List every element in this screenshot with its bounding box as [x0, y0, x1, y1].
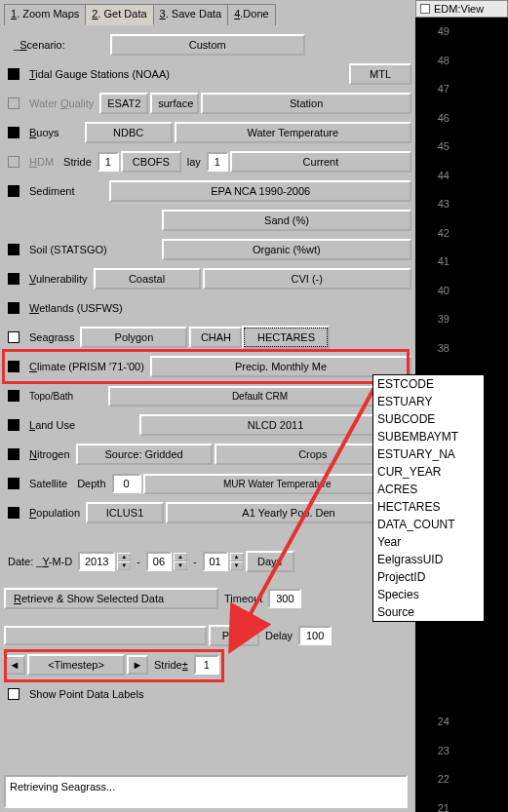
year-spinner[interactable]: ▲▼ — [117, 553, 131, 570]
population-label: Population — [25, 505, 84, 521]
nitrogen-source-button[interactable]: Source: Gridded — [76, 444, 213, 465]
landuse-label: Land Use — [25, 417, 79, 433]
tick-label: 38 — [438, 334, 449, 364]
dropdown-item[interactable]: CUR_YEAR — [373, 463, 484, 481]
dropdown-item[interactable]: ESTUARY — [373, 393, 484, 410]
tick-label — [438, 650, 449, 679]
dropdown-item[interactable]: SUBEMBAYMT — [373, 428, 484, 445]
scenario-button[interactable]: Custom — [110, 34, 305, 56]
play-button[interactable]: Play! — [209, 625, 259, 646]
water-esat2-button[interactable]: ESAT2 — [99, 93, 148, 114]
sediment-checkbox[interactable] — [8, 185, 20, 197]
satellite-depth-label: Depth — [73, 476, 109, 491]
vuln-coastal-button[interactable]: Coastal — [94, 268, 201, 290]
tab-done[interactable]: 4.Done — [227, 4, 275, 25]
seagrass-hectares-button[interactable]: HECTARES — [244, 328, 328, 347]
satellite-mur-button[interactable]: MUR Water Temperature — [143, 474, 412, 494]
topo-crm-button[interactable]: Default CRM — [108, 386, 411, 406]
scenario-label: _Scenario: — [4, 37, 69, 53]
date-day-input[interactable] — [203, 552, 228, 571]
climate-label: Climate (PRISM '71-'00) — [25, 359, 148, 374]
delay-label: Delay — [261, 628, 296, 643]
status-bar: Retrieving Seagrass... — [4, 775, 408, 808]
date-month-input[interactable] — [146, 552, 172, 571]
slider-track[interactable] — [4, 626, 207, 645]
tick-label: 23 — [438, 737, 449, 766]
hectares-dropdown[interactable]: ESTCODEESTUARYSUBCODESUBEMBAYMTESTUARY_N… — [372, 374, 485, 622]
showpoint-checkbox[interactable] — [8, 688, 20, 700]
seagrass-checkbox[interactable] — [8, 331, 20, 343]
timestep-stride-input[interactable] — [194, 655, 219, 675]
dropdown-item[interactable]: DATA_COUNT — [373, 516, 484, 533]
dropdown-item[interactable]: Species — [373, 586, 484, 603]
topo-checkbox[interactable] — [8, 390, 20, 402]
delay-input[interactable] — [298, 626, 332, 645]
tick-label: 47 — [438, 75, 449, 104]
dropdown-item[interactable]: ESTCODE — [373, 375, 484, 393]
tidal-checkbox[interactable] — [8, 68, 20, 80]
date-year-input[interactable] — [78, 552, 115, 571]
dropdown-item[interactable]: EelgrassUID — [373, 551, 484, 568]
nitrogen-label: Nitrogen — [25, 446, 74, 462]
tick-label: 44 — [438, 162, 449, 191]
soil-checkbox[interactable] — [8, 244, 20, 255]
dropdown-item[interactable]: ProjectID — [373, 568, 484, 586]
landuse-nlcd-button[interactable]: NLCD 2011 — [139, 414, 411, 436]
timestep-prev-button[interactable]: ◄ — [4, 655, 25, 675]
timeout-input[interactable] — [268, 589, 301, 608]
water-station-button[interactable]: Station — [201, 93, 411, 114]
timestep-button[interactable]: <Timestep> — [27, 654, 125, 676]
day-spinner[interactable]: ▲▼ — [230, 553, 244, 570]
hdm-current-button[interactable]: Current — [230, 151, 411, 173]
population-checkbox[interactable] — [8, 507, 20, 519]
landuse-checkbox[interactable] — [8, 419, 20, 431]
satellite-depth-input[interactable] — [112, 474, 141, 493]
seagrass-chah-button[interactable]: CHAH — [189, 327, 242, 348]
wetlands-label: Wetlands (USFWS) — [25, 300, 127, 316]
climate-checkbox[interactable] — [8, 361, 20, 372]
days-button[interactable]: Days — [246, 551, 294, 572]
hdm-stride-label: Stride — [59, 154, 96, 170]
tick-label: 21 — [438, 794, 449, 813]
tick-label: 46 — [438, 104, 449, 134]
hdm-lay-input[interactable] — [207, 152, 228, 172]
tick-label — [438, 622, 449, 651]
tab-bar: 1. Zoom Maps 2. Get Data 3. Save Data 4.… — [4, 4, 411, 25]
dropdown-item[interactable]: ACRES — [373, 481, 484, 498]
population-iclus-button[interactable]: ICLUS1 — [86, 502, 164, 523]
wetlands-checkbox[interactable] — [8, 302, 20, 314]
sediment-epa-button[interactable]: EPA NCA 1990-2006 — [109, 180, 411, 202]
month-spinner[interactable]: ▲▼ — [174, 553, 187, 570]
buoys-ndbc-button[interactable]: NDBC — [85, 122, 173, 143]
buoys-temp-button[interactable]: Water Temperature — [175, 122, 411, 143]
vuln-cvi-button[interactable]: CVI (-) — [203, 268, 411, 290]
sediment-sand-button[interactable]: Sand (%) — [162, 210, 411, 231]
main-panel: 1. Zoom Maps 2. Get Data 3. Save Data 4.… — [0, 0, 415, 812]
hdm-stride-input[interactable] — [98, 152, 119, 172]
tick-label: 43 — [438, 190, 449, 219]
timestep-next-button[interactable]: ► — [127, 655, 148, 675]
hdm-cbofs-button[interactable]: CBOFS — [121, 151, 181, 173]
seagrass-polygon-button[interactable]: Polygon — [80, 327, 187, 348]
tick-label: 22 — [438, 765, 449, 794]
buoys-checkbox[interactable] — [8, 127, 20, 138]
dropdown-item[interactable]: Year — [373, 533, 484, 551]
dropdown-item[interactable]: ESTUARY_NA — [373, 445, 484, 463]
tab-zoom[interactable]: 1. Zoom Maps — [4, 4, 86, 25]
tab-getdata[interactable]: 2. Get Data — [85, 4, 153, 25]
satellite-checkbox[interactable] — [8, 478, 20, 489]
water-surface-button[interactable]: surface — [150, 93, 199, 114]
dropdown-item[interactable]: SUBCODE — [373, 410, 484, 428]
tidal-mtl-button[interactable]: MTL — [349, 63, 411, 85]
dropdown-item[interactable]: HECTARES — [373, 498, 484, 516]
dropdown-item[interactable]: Source — [373, 603, 484, 621]
nitrogen-checkbox[interactable] — [8, 448, 20, 460]
retrieve-button[interactable]: Retrieve & Show Selected Data — [4, 588, 218, 609]
soil-organic-button[interactable]: Organic (%wt) — [162, 239, 411, 260]
tidal-label: Tidal Gauge Stations (NOAA) — [25, 66, 174, 82]
tab-savedata[interactable]: 3. Save Data — [153, 4, 229, 25]
buoys-label: Buoys — [25, 125, 63, 140]
vuln-checkbox[interactable] — [8, 273, 20, 285]
hdm-checkbox — [8, 156, 20, 168]
vuln-label: Vulnerability — [25, 271, 92, 287]
